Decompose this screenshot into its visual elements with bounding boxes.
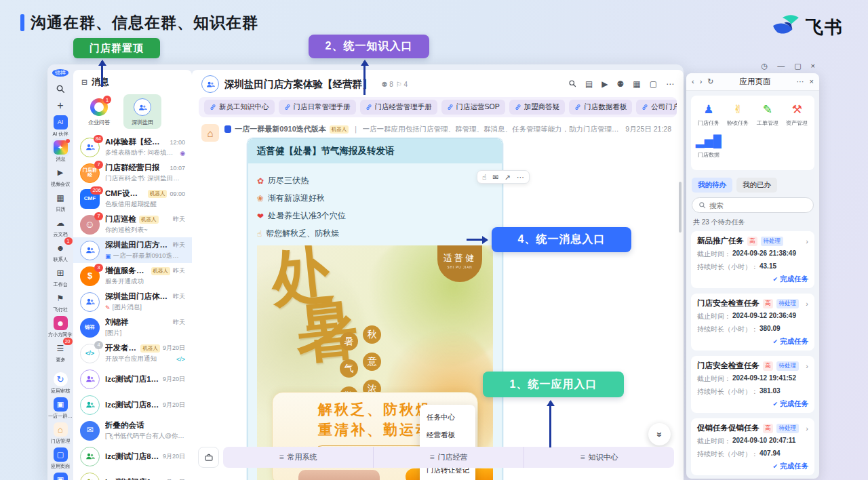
reaction-icon[interactable]: ☝ — [482, 173, 486, 181]
reaction-icon[interactable]: ⋯ — [517, 173, 524, 181]
context-menu-item[interactable]: 经营看板 — [420, 426, 475, 444]
toolbar-icon[interactable]: ▤ — [585, 79, 593, 89]
toolbox-icon[interactable] — [198, 447, 219, 468]
complete-task-button[interactable]: ✔完成任务 — [697, 399, 808, 409]
pinned-chat[interactable]: 1 企业问答 — [80, 94, 118, 129]
chevron-right-icon[interactable]: › — [806, 424, 808, 433]
complete-task-button[interactable]: ✔完成任务 — [697, 275, 808, 284]
chat-list-item[interactable]: CMF 206 CMF设计协同中心 机器人 09:00 色板借用超期 — [73, 186, 192, 212]
quick-tab[interactable]: ☰ 知识中心 — [524, 447, 674, 468]
app-shortcut[interactable]: ✌ 验收任务 — [724, 102, 753, 127]
task-card[interactable]: 门店安全检查任务 高 待处理 › 截止时间：2024-09-12 19:41:5… — [691, 356, 814, 413]
chevron-right-icon[interactable]: › — [806, 300, 808, 308]
scrollbar-thumb[interactable] — [679, 182, 682, 233]
rail-item[interactable]: ▶ 视频会议 — [47, 165, 73, 188]
rail-item[interactable]: ☰ 20 更多 — [47, 341, 73, 363]
nav-icon[interactable]: ↻ — [707, 77, 713, 86]
app-shortcut[interactable]: ✎ 工单管理 — [753, 102, 783, 127]
quick-tab[interactable]: ☰ 门店经营 — [373, 447, 524, 468]
sender-name[interactable]: 一店一群最新0910迭代版本 — [235, 124, 326, 134]
nav-icon[interactable]: ‹ — [692, 77, 694, 86]
chat-list-item[interactable]: lzc测试门店1111【经… 9月20日 — [73, 366, 192, 392]
app-shortcut[interactable]: ⚒ 资产管理 — [783, 102, 812, 127]
window-control-icon[interactable]: — — [777, 62, 785, 71]
toolbar-icon[interactable]: ▢ — [650, 79, 657, 89]
chat-subtitle: 多维表格助手: 问卷填写通知 — [105, 148, 178, 157]
task-card[interactable]: 新品推广任务 高 待处理 › 截止时间：2024-09-26 21:38:49 … — [691, 231, 814, 288]
pinned-doc-pill[interactable]: 门店日常管理手册 — [279, 100, 356, 115]
chat-list-item[interactable]: 门店群经 7 门店群经营日报 10:07 门店百科全书: 深圳盐田 — [73, 160, 192, 186]
pinned-doc-pill[interactable]: 加盟商答疑 — [509, 100, 566, 115]
scroll-to-bottom-button[interactable]: » — [648, 423, 671, 445]
rail-app-item[interactable]: ▣ — [47, 473, 73, 480]
rail-item[interactable]: ⚑ 飞行社 — [47, 291, 73, 313]
task-card[interactable]: 促销任务促销任务 高 待处理 › 截止时间：2024-09-10 20:47:1… — [691, 418, 814, 475]
chat-list-item[interactable]: $ 3 增值服务助手 机器人 昨天 服务开通成功 — [73, 263, 192, 289]
rail-item[interactable]: AI AI 伙伴 — [47, 115, 73, 138]
toolbar-icon[interactable]: ⋯ — [666, 79, 674, 89]
nav-icon[interactable]: ⋯ — [797, 77, 804, 86]
chat-list-item[interactable]: </> 4 开发者小助手 机器人 9月20日 开放平台应用通知 — [73, 340, 192, 366]
pinned-doc-pill[interactable]: 门店运营SOP — [441, 100, 505, 115]
chat-list-item[interactable]: lzc测试门店1000【经… 9月20日 — [73, 469, 192, 480]
pinned-doc-pill[interactable]: 门店数据看板 — [569, 100, 632, 115]
rail-app-item[interactable]: ▣ 一店一群… — [47, 397, 73, 420]
rail-item[interactable]: ☻ 方小方同学 — [47, 316, 73, 338]
search-icon[interactable] — [568, 79, 576, 89]
window-control-icon[interactable]: ▢ — [794, 62, 801, 71]
pinned-chat[interactable]: 深圳盐田 — [123, 94, 161, 129]
toolbar-icon[interactable]: ▶ — [601, 79, 608, 89]
reaction-icon[interactable]: ✉ — [492, 173, 498, 181]
app-shortcut[interactable]: ♟ 门店任务 — [694, 102, 724, 127]
chat-list-item[interactable]: 深圳盐田门店方案体验【… 昨天 ▣ 一店一群最新0910迭代版本：【任… — [73, 237, 192, 263]
window-control-icon[interactable]: ◷ — [762, 62, 768, 71]
complete-task-button[interactable]: ✔完成任务 — [697, 337, 808, 346]
window-control-icon[interactable]: × — [811, 62, 815, 71]
collapse-sidebar-icon[interactable]: ⊟ — [81, 78, 87, 87]
quick-tab[interactable]: ☰ 常用系统 — [223, 447, 373, 468]
chat-panel: 深圳盐田门店方案体验【经营群】 ⚉ 8 ⚐ 4 — [192, 70, 684, 480]
pinned-doc-pill[interactable]: 公司门户 — [636, 100, 677, 115]
bot-avatar-icon[interactable]: ⌂ — [201, 124, 219, 142]
task-count: 共 23 个待办任务 — [686, 218, 819, 231]
chat-avatar — [80, 447, 100, 466]
rail-item[interactable]: + — [47, 98, 73, 113]
reaction-icon[interactable]: ↗ — [505, 173, 511, 181]
nav-icon[interactable]: › — [700, 77, 703, 86]
chat-list-item[interactable]: 深圳盐田门店体验01【经… 昨天 ✎ [图片消息] — [73, 289, 192, 315]
chat-list-item[interactable]: ☺ 7 门店巡检 机器人 昨天 你的巡检列表~ — [73, 212, 192, 237]
context-menu-item[interactable]: 任务中心 — [420, 409, 475, 426]
chat-list-item[interactable]: lzc测试门店835【经营… 9月20日 — [73, 443, 192, 469]
rail-item[interactable] — [47, 81, 73, 96]
pinned-doc-pill[interactable]: 门店经营管理手册 — [360, 100, 437, 115]
chat-list-item[interactable]: 84 AI体验群【经营群】 12:00 多维表格助手: 问卷填写通知 — [73, 134, 192, 160]
task-search-box[interactable] — [692, 197, 814, 213]
complete-task-button[interactable]: ✔完成任务 — [697, 462, 808, 471]
task-card[interactable]: 门店安全检查任务 高 待处理 › 截止时间：2024-09-12 20:36:4… — [691, 294, 814, 351]
rail-app-item[interactable]: ↻ 应用审核 — [47, 372, 73, 395]
chat-list-item[interactable]: lzc测试门店810【经营… 9月20日 — [73, 392, 192, 418]
rail-app-item[interactable]: ▢ 应用页面 — [47, 447, 73, 470]
chevron-right-icon[interactable]: › — [806, 237, 808, 245]
task-tab[interactable]: 我的待办 — [692, 178, 732, 193]
nav-icon[interactable]: × — [810, 77, 814, 86]
rail-item[interactable]: ☁ 云文档 — [47, 216, 73, 238]
chat-list-item[interactable]: 锦祥 刘锦祥 昨天 [图片] — [73, 315, 192, 340]
chat-list-item[interactable]: ✉ 折叠的会话 [飞书低代码平台有人@你] 2个会话有… — [73, 418, 192, 443]
rail-item[interactable]: ⊞ 工作台 — [47, 266, 73, 288]
chevron-right-icon[interactable]: › — [806, 362, 808, 370]
toolbar-icon[interactable]: ⚉ — [617, 79, 625, 89]
rail-item[interactable]: ▦ 日历 — [47, 191, 73, 213]
user-avatar[interactable]: 锦祥 — [52, 69, 68, 77]
pinned-doc-pill[interactable]: 新员工知识中心 — [204, 100, 275, 115]
meta-chip[interactable]: ⚉ 8 — [382, 81, 393, 88]
app-shortcut[interactable]: ▂▅█ 门店数据 — [694, 134, 724, 159]
meta-chip[interactable]: ⚐ 4 — [396, 81, 408, 88]
rail-item[interactable]: ☻ 1 联系人 — [47, 241, 73, 263]
toolbar-icon[interactable]: ▦ — [633, 79, 640, 89]
app-icon: ✌ — [733, 102, 743, 117]
task-tab[interactable]: 我的已办 — [736, 178, 777, 193]
rail-item[interactable]: ✦ 消息 — [47, 140, 73, 163]
rail-app-item[interactable]: ⌂ 门店管理 — [47, 422, 73, 445]
task-search-input[interactable] — [709, 201, 791, 209]
